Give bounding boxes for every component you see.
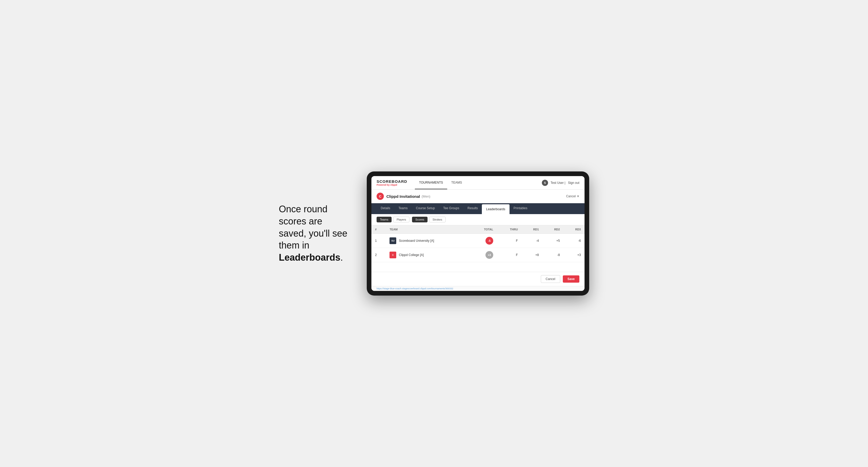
filter-teams-button[interactable]: Teams (377, 217, 392, 222)
top-navigation: SCOREBOARD Powered by clippd TOURNAMENTS… (371, 176, 585, 190)
main-nav: TOURNAMENTS TEAMS (415, 176, 466, 189)
tournament-icon: C (377, 193, 384, 200)
close-icon: ✕ (577, 194, 579, 198)
tablet-device: SCOREBOARD Powered by clippd TOURNAMENTS… (367, 172, 589, 295)
rd2-cell: +5 (542, 234, 563, 248)
col-header-team: TEAM (386, 225, 470, 234)
logo-brand: clippd (390, 184, 397, 186)
rd1-cell: -4 (521, 234, 542, 248)
thru-cell: F (497, 248, 521, 262)
rank-cell: 1 (371, 234, 386, 248)
tournament-gender: (Men) (422, 194, 430, 198)
nav-user-area: S Test User | Sign out (542, 180, 579, 186)
tab-bar: Details Teams Course Setup Tee Groups Re… (371, 203, 585, 214)
col-header-rd1: RD1 (521, 225, 542, 234)
table-row: 2 C Clippd College [A] +3 F (371, 248, 585, 262)
rank-cell: 2 (371, 248, 386, 262)
nav-teams[interactable]: TEAMS (447, 176, 466, 189)
col-header-rd2: RD2 (542, 225, 563, 234)
user-name: Test User | (551, 181, 565, 185)
rd3-cell: -6 (564, 234, 585, 248)
thru-cell: F (497, 234, 521, 248)
total-cell: -5 (470, 234, 497, 248)
bottom-bar: Cancel Save (371, 272, 585, 286)
col-header-rd3: RD3 (564, 225, 585, 234)
tab-printables[interactable]: Printables (509, 203, 531, 214)
team-logo: SU (390, 238, 396, 244)
team-logo: C (390, 252, 396, 258)
logo-title: SCOREBOARD (377, 179, 407, 184)
tab-results[interactable]: Results (463, 203, 482, 214)
team-name: Clippd College [A] (399, 253, 424, 257)
leaderboard-table-container: # TEAM TOTAL THRU RD1 RD2 RD3 1 (371, 225, 585, 272)
nav-tournaments[interactable]: TOURNAMENTS (415, 176, 447, 189)
tab-teams[interactable]: Teams (395, 203, 412, 214)
tournament-header: C Clippd Invitational (Men) Cancel ✕ (371, 190, 585, 203)
sidebar-text-bold: Leaderboards (279, 252, 340, 263)
total-cell: +3 (470, 248, 497, 262)
col-header-total: TOTAL (470, 225, 497, 234)
tab-details[interactable]: Details (377, 203, 395, 214)
sign-out-link[interactable]: Sign out (568, 181, 579, 185)
filter-strokes-button[interactable]: Strokes (429, 217, 445, 222)
table-row: 1 SU Scoreboard University [A] -5 F (371, 234, 585, 248)
sidebar-description: Once round scores are saved, you'll see … (279, 203, 351, 264)
sidebar-text-normal: Once round scores are saved, you'll see … (279, 204, 347, 251)
save-button[interactable]: Save (563, 275, 579, 283)
score-badge-positive: +3 (486, 251, 493, 259)
rd1-cell: +8 (521, 248, 542, 262)
rd2-cell: -8 (542, 248, 563, 262)
col-header-thru: THRU (497, 225, 521, 234)
tournament-name: Clippd Invitational (386, 194, 420, 198)
tournament-cancel-button[interactable]: Cancel ✕ (566, 194, 579, 198)
sidebar-text-end: . (340, 252, 343, 263)
rd3-cell: +3 (564, 248, 585, 262)
tablet-screen: SCOREBOARD Powered by clippd TOURNAMENTS… (371, 176, 585, 291)
logo-subtitle: Powered by clippd (377, 184, 407, 186)
logo: SCOREBOARD Powered by clippd (377, 179, 407, 186)
tab-leaderboards[interactable]: Leaderboards (482, 204, 509, 214)
filter-scores-button[interactable]: Scores (412, 217, 428, 222)
tab-course-setup[interactable]: Course Setup (412, 203, 439, 214)
score-badge-negative: -5 (486, 237, 493, 245)
team-cell: SU Scoreboard University [A] (386, 234, 470, 248)
user-avatar: S (542, 180, 548, 186)
team-name: Scoreboard University [A] (399, 239, 434, 243)
url-bar: https://stage-blue-coach.stagescoerboard… (371, 286, 585, 291)
tab-tee-groups[interactable]: Tee Groups (439, 203, 463, 214)
filter-bar: Teams Players Scores Strokes (371, 214, 585, 225)
team-cell: C Clippd College [A] (386, 248, 470, 262)
col-header-rank: # (371, 225, 386, 234)
leaderboard-table: # TEAM TOTAL THRU RD1 RD2 RD3 1 (371, 225, 585, 262)
cancel-button[interactable]: Cancel (541, 275, 560, 283)
filter-players-button[interactable]: Players (393, 217, 409, 222)
